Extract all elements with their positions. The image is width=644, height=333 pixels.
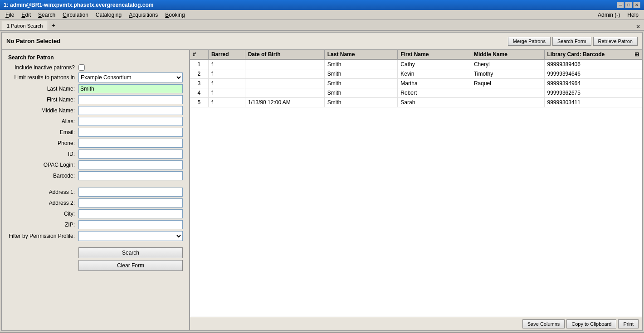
address2-label: Address 2: — [8, 200, 78, 206]
cell-lastname: Smith — [324, 98, 398, 107]
menu-acquisitions[interactable]: Acquisitions — [125, 11, 161, 19]
phone-input[interactable] — [78, 139, 183, 148]
close-button[interactable]: ✕ — [633, 2, 640, 8]
address1-label: Address 1: — [8, 189, 78, 195]
cell-firstname: Sarah — [398, 98, 471, 107]
menu-cataloging[interactable]: Cataloging — [92, 11, 125, 19]
results-table: # Barred Date of Birth Last Name First N… — [190, 50, 642, 107]
cell-num: 3 — [190, 79, 208, 88]
cell-firstname: Cathy — [398, 59, 471, 69]
filter-select[interactable] — [78, 231, 183, 241]
cell-barred: f — [208, 59, 245, 69]
cell-lastname: Smith — [324, 59, 398, 69]
results-footer: Save Columns Copy to Clipboard Print — [190, 317, 642, 330]
clear-form-button[interactable]: Clear Form — [78, 260, 183, 271]
merge-patrons-button[interactable]: Merge Patrons — [508, 37, 551, 46]
tab-patron-search-label: 1 Patron Search — [7, 23, 43, 29]
alias-label: Alias: — [8, 118, 78, 125]
table-row[interactable]: 4 f Smith Robert 99999362675 — [190, 88, 642, 98]
id-input[interactable] — [78, 150, 183, 159]
cell-num: 1 — [190, 59, 208, 69]
menu-edit[interactable]: Edit — [18, 11, 34, 19]
search-form-title: Search for Patron — [8, 54, 183, 61]
include-inactive-row: Include inactive patrons? — [8, 64, 183, 71]
barcode-row: Barcode: — [8, 171, 183, 180]
search-form-button[interactable]: Search Form — [552, 37, 591, 46]
cell-dob — [245, 79, 324, 88]
cell-barred: f — [208, 69, 245, 79]
opac-login-input[interactable] — [78, 160, 183, 169]
zip-input[interactable] — [78, 220, 183, 229]
city-input[interactable] — [78, 209, 183, 218]
results-table-container: # Barred Date of Birth Last Name First N… — [190, 50, 642, 317]
alias-input[interactable] — [78, 117, 183, 126]
cell-barred: f — [208, 88, 245, 98]
copy-to-clipboard-button[interactable]: Copy to Clipboard — [566, 319, 616, 328]
table-row[interactable]: 1 f Smith Cathy Cheryl 99999389406 — [190, 59, 642, 69]
address1-input[interactable] — [78, 188, 183, 197]
admin-label[interactable]: Admin (-) — [598, 12, 620, 18]
results-panel: # Barred Date of Birth Last Name First N… — [190, 50, 642, 330]
title-bar-text: 1: admin@BR1-winxpvmfx.phasefx.evergreen… — [4, 2, 153, 8]
menu-search[interactable]: Search — [34, 11, 59, 19]
middlename-input[interactable] — [78, 106, 183, 115]
email-input[interactable] — [78, 128, 183, 137]
menu-bar: File Edit Search Circulation Cataloging … — [0, 10, 644, 20]
save-columns-button[interactable]: Save Columns — [522, 319, 565, 328]
opac-login-label: OPAC Login: — [8, 162, 78, 168]
cell-firstname: Robert — [398, 88, 471, 98]
col-header-num: # — [190, 50, 208, 59]
cell-barcode: 99999394646 — [544, 69, 642, 79]
search-button[interactable]: Search — [78, 247, 183, 258]
cell-barcode: 99999362675 — [544, 88, 642, 98]
tab-patron-search[interactable]: 1 Patron Search — [2, 21, 48, 30]
email-label: Email: — [8, 129, 78, 135]
filter-row: Filter by Permission Profile: — [8, 231, 183, 241]
minimize-button[interactable]: ─ — [617, 2, 624, 8]
zip-row: ZIP: — [8, 220, 183, 229]
address2-input[interactable] — [78, 198, 183, 208]
col-header-dob: Date of Birth — [245, 50, 324, 59]
cell-firstname: Martha — [398, 79, 471, 88]
middlename-label: Middle Name: — [8, 107, 78, 114]
col-header-barred: Barred — [208, 50, 245, 59]
col-header-firstname: First Name — [398, 50, 471, 59]
address1-row: Address 1: — [8, 188, 183, 197]
lastname-row: Last Name: — [8, 84, 183, 93]
cell-lastname: Smith — [324, 79, 398, 88]
cell-middlename: Raquel — [471, 79, 544, 88]
include-inactive-checkbox[interactable] — [78, 64, 85, 71]
col-header-middlename: Middle Name — [471, 50, 544, 59]
menu-circulation[interactable]: Circulation — [59, 11, 92, 19]
table-row[interactable]: 3 f Smith Martha Raquel 99999394964 — [190, 79, 642, 88]
city-row: City: — [8, 209, 183, 218]
tab-bar: 1 Patron Search + ✕ — [0, 20, 644, 31]
maximize-button[interactable]: □ — [625, 2, 632, 8]
tab-close-button[interactable]: ✕ — [636, 24, 642, 30]
retrieve-patron-button[interactable]: Retrieve Patron — [593, 37, 638, 46]
col-resize-icon[interactable]: ⊞ — [634, 51, 639, 58]
content-area: Search for Patron Include inactive patro… — [2, 50, 642, 330]
help-label[interactable]: Help — [627, 12, 639, 18]
menu-items: File Edit Search Circulation Cataloging … — [2, 11, 189, 19]
address2-row: Address 2: — [8, 198, 183, 208]
menu-booking[interactable]: Booking — [161, 11, 188, 19]
id-label: ID: — [8, 151, 78, 157]
limit-results-select[interactable]: Example Consortium — [78, 72, 183, 82]
table-row[interactable]: 2 f Smith Kevin Timothy 99999394646 — [190, 69, 642, 79]
menu-file[interactable]: File — [2, 11, 18, 19]
cell-lastname: Smith — [324, 69, 398, 79]
firstname-row: First Name: — [8, 95, 183, 104]
firstname-input[interactable] — [78, 95, 183, 104]
table-row[interactable]: 5 f 1/13/90 12:00 AM Smith Sarah 9999930… — [190, 98, 642, 107]
barcode-input[interactable] — [78, 171, 183, 180]
limit-results-row: Limit results to patrons in Example Cons… — [8, 72, 183, 82]
cell-dob: 1/13/90 12:00 AM — [245, 98, 324, 107]
patron-header: No Patron Selected Merge Patrons Search … — [2, 33, 642, 50]
main-window: No Patron Selected Merge Patrons Search … — [1, 32, 643, 331]
results-table-header: # Barred Date of Birth Last Name First N… — [190, 50, 642, 59]
lastname-input[interactable] — [78, 84, 183, 93]
tab-add-button[interactable]: + — [48, 21, 59, 30]
print-button[interactable]: Print — [618, 319, 639, 328]
phone-row: Phone: — [8, 139, 183, 148]
